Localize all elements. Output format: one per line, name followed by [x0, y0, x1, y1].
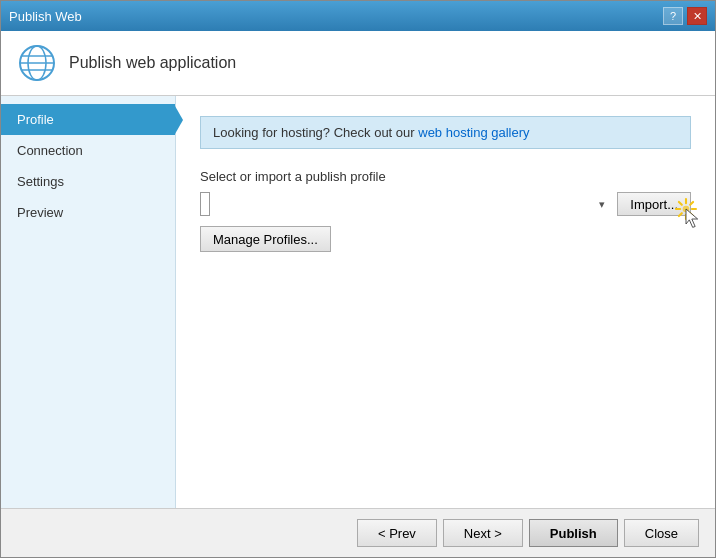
sidebar-item-settings-label: Settings	[17, 174, 64, 189]
section-label: Select or import a publish profile	[200, 169, 691, 184]
sidebar-item-connection[interactable]: Connection	[1, 135, 175, 166]
sidebar: Profile Connection Settings Preview	[1, 96, 176, 508]
sidebar-item-preview-label: Preview	[17, 205, 63, 220]
hosting-bar: Looking for hosting? Check out our web h…	[200, 116, 691, 149]
help-button[interactable]: ?	[663, 7, 683, 25]
profile-dropdown[interactable]	[200, 192, 210, 216]
manage-profiles-button[interactable]: Manage Profiles...	[200, 226, 331, 252]
header-section: Publish web application	[1, 31, 715, 96]
prev-button[interactable]: < Prev	[357, 519, 437, 547]
title-bar-controls: ? ✕	[663, 7, 707, 25]
publish-button[interactable]: Publish	[529, 519, 618, 547]
footer: < Prev Next > Publish Close	[1, 508, 715, 557]
content-area: Profile Connection Settings Preview Look…	[1, 96, 715, 508]
import-button[interactable]: Import...	[617, 192, 691, 216]
sidebar-item-preview[interactable]: Preview	[1, 197, 175, 228]
next-button[interactable]: Next >	[443, 519, 523, 547]
profile-row: Import...	[200, 192, 691, 216]
header-title: Publish web application	[69, 54, 236, 72]
sidebar-item-profile[interactable]: Profile	[1, 104, 175, 135]
import-wrapper: Import...	[617, 192, 691, 216]
publish-web-window: Publish Web ? ✕ Publish web application …	[0, 0, 716, 558]
close-window-button[interactable]: ✕	[687, 7, 707, 25]
hosting-link[interactable]: web hosting gallery	[418, 125, 529, 140]
sidebar-item-settings[interactable]: Settings	[1, 166, 175, 197]
manage-profiles-wrapper: Manage Profiles...	[200, 226, 691, 252]
window-title: Publish Web	[9, 9, 82, 24]
globe-icon	[17, 43, 57, 83]
hosting-text: Looking for hosting? Check out our	[213, 125, 418, 140]
profile-dropdown-wrapper	[200, 192, 609, 216]
title-bar: Publish Web ? ✕	[1, 1, 715, 31]
sidebar-item-connection-label: Connection	[17, 143, 83, 158]
close-button[interactable]: Close	[624, 519, 699, 547]
sidebar-item-profile-label: Profile	[17, 112, 54, 127]
main-content: Looking for hosting? Check out our web h…	[176, 96, 715, 508]
